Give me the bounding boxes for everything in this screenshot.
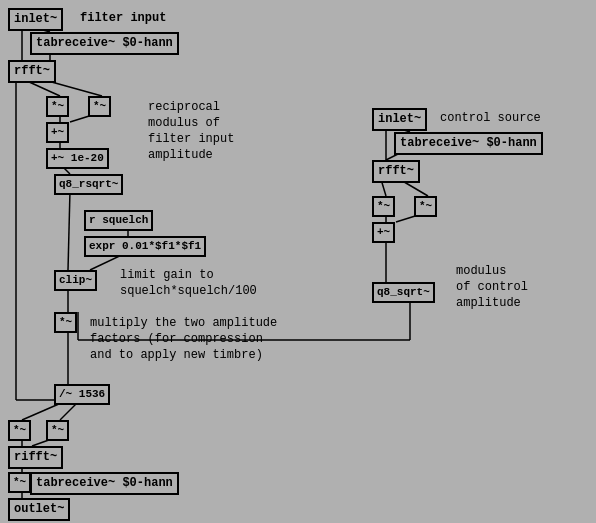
lbl-squelch: squelch*squelch/100 — [120, 284, 257, 298]
mul7-box[interactable]: *~ — [372, 196, 395, 217]
lbl-multiply: multiply the two amplitude — [90, 316, 277, 330]
add2-label: +~ 1e-20 — [51, 152, 104, 164]
rifft1-box[interactable]: rifft~ — [8, 446, 63, 469]
div1-box[interactable]: /~ 1536 — [54, 384, 110, 405]
q8rsqrt1-label: q8_rsqrt~ — [59, 178, 118, 190]
inlet1-box[interactable]: inlet~ — [8, 8, 63, 31]
tabreceive2-label: tabreceive~ $0-hann — [36, 476, 173, 490]
mul1-box[interactable]: *~ — [46, 96, 69, 117]
tabreceive1-box[interactable]: tabreceive~ $0-hann — [30, 32, 179, 55]
add3-box[interactable]: +~ — [372, 222, 395, 243]
outlet1-label: outlet~ — [14, 502, 64, 516]
add2-box[interactable]: +~ 1e-20 — [46, 148, 109, 169]
lbl-filter-input2: filter input — [148, 132, 234, 146]
tabreceive2-box[interactable]: tabreceive~ $0-hann — [30, 472, 179, 495]
mul6-label: *~ — [13, 476, 26, 488]
lbl-limit-gain: limit gain to — [120, 268, 214, 282]
add1-box[interactable]: +~ — [46, 122, 69, 143]
mul8-label: *~ — [419, 200, 432, 212]
svg-line-9 — [68, 190, 70, 270]
q8sqrt2-box[interactable]: q8_sqrt~ — [372, 282, 435, 303]
lbl-filter-input: filter input — [80, 11, 166, 25]
inlet2-box[interactable]: inlet~ — [372, 108, 427, 131]
q8sqrt2-label: q8_sqrt~ — [377, 286, 430, 298]
lbl-of-control: of control — [456, 280, 528, 294]
q8rsqrt1-box[interactable]: q8_rsqrt~ — [54, 174, 123, 195]
wire-layer — [0, 0, 596, 523]
lbl-amplitude: amplitude — [148, 148, 213, 162]
lbl-amplitude2: amplitude — [456, 296, 521, 310]
rsquelch-label: r squelch — [89, 214, 148, 226]
mul7-label: *~ — [377, 200, 390, 212]
mul1-label: *~ — [51, 100, 64, 112]
expr1-box[interactable]: expr 0.01*$f1*$f1 — [84, 236, 206, 257]
mul3-box[interactable]: *~ — [54, 312, 77, 333]
inlet2-label: inlet~ — [378, 112, 421, 126]
mul2-box[interactable]: *~ — [88, 96, 111, 117]
mul3-label: *~ — [59, 316, 72, 328]
inlet1-label: inlet~ — [14, 12, 57, 26]
mul5-label: *~ — [51, 424, 64, 436]
tabreceive3-box[interactable]: tabreceive~ $0-hann — [394, 132, 543, 155]
clip1-box[interactable]: clip~ — [54, 270, 97, 291]
rifft1-label: rifft~ — [14, 450, 57, 464]
tabreceive1-label: tabreceive~ $0-hann — [36, 36, 173, 50]
rfft2-label: rfft~ — [378, 164, 414, 178]
clip1-label: clip~ — [59, 274, 92, 286]
expr1-label: expr 0.01*$f1*$f1 — [89, 240, 201, 252]
add3-label: +~ — [377, 226, 390, 238]
outlet1-box[interactable]: outlet~ — [8, 498, 70, 521]
mul8-box[interactable]: *~ — [414, 196, 437, 217]
mul5-box[interactable]: *~ — [46, 420, 69, 441]
rfft1-box[interactable]: rfft~ — [8, 60, 56, 83]
rsquelch-box[interactable]: r squelch — [84, 210, 153, 231]
rfft2-box[interactable]: rfft~ — [372, 160, 420, 183]
lbl-modulus-of: modulus of — [148, 116, 220, 130]
mul2-label: *~ — [93, 100, 106, 112]
lbl-control-source: control source — [440, 111, 541, 125]
lbl-modulus-control: modulus — [456, 264, 506, 278]
mul4-box[interactable]: *~ — [8, 420, 31, 441]
add1-label: +~ — [51, 126, 64, 138]
div1-label: /~ 1536 — [59, 388, 105, 400]
lbl-reciprocal: reciprocal — [148, 100, 220, 114]
lbl-factors: factors (for compression — [90, 332, 263, 346]
rfft1-label: rfft~ — [14, 64, 50, 78]
mul4-label: *~ — [13, 424, 26, 436]
mul6-box[interactable]: *~ — [8, 472, 31, 493]
tabreceive3-label: tabreceive~ $0-hann — [400, 136, 537, 150]
lbl-and: and to apply new timbre) — [90, 348, 263, 362]
